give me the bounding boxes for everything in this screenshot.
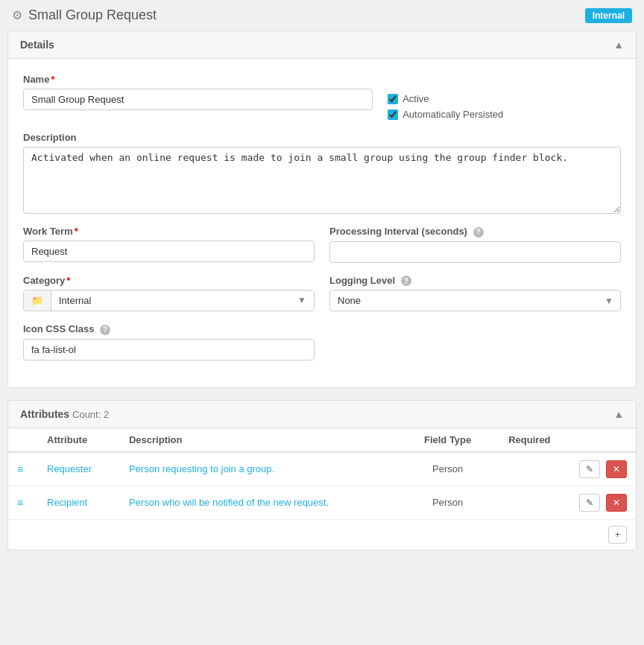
field-type-cell-1: Person <box>405 452 490 486</box>
icon-css-row: Icon CSS Class ? <box>23 323 621 360</box>
table-header-row: Attribute Description Field Type Require… <box>8 428 636 452</box>
processing-interval-group: Processing Interval (seconds) ? <box>329 226 621 263</box>
th-required: Required <box>490 428 569 452</box>
attributes-panel-title: Attributes Count: 2 <box>20 408 109 420</box>
active-checkbox[interactable] <box>388 94 398 104</box>
details-panel-body: Name* Active Automatically Persisted <box>8 59 636 387</box>
icon-css-group: Icon CSS Class ? <box>23 323 315 360</box>
actions-cell-1: ✎ ✕ <box>569 452 636 486</box>
page-title: ⚙ Small Group Request <box>12 7 157 23</box>
category-select[interactable]: Internal <box>51 290 314 311</box>
attribute-cell-2: Recipient <box>38 486 120 519</box>
drag-cell-2: ≡ <box>8 486 38 519</box>
attribute-description-2: Person who will be notified of the new r… <box>129 497 329 508</box>
active-checkbox-label[interactable]: Active <box>388 93 621 104</box>
logging-level-group: Logging Level ? None Debug Info Warning … <box>329 275 621 312</box>
page-title-text: Small Group Request <box>28 7 157 23</box>
checkbox-group: Active Automatically Persisted <box>388 90 621 120</box>
details-panel-title: Details <box>20 39 54 51</box>
work-term-group: Work Term* <box>23 226 315 263</box>
auto-persisted-checkbox-label[interactable]: Automatically Persisted <box>388 109 621 120</box>
name-row: Name* Active Automatically Persisted <box>23 74 621 120</box>
description-textarea[interactable]: Activated when an online request is made… <box>23 147 621 214</box>
icon-css-spacer <box>329 323 621 360</box>
category-required: * <box>66 275 70 286</box>
add-attribute-button[interactable]: + <box>608 526 627 544</box>
th-drag <box>8 428 38 452</box>
work-term-row: Work Term* Processing Interval (seconds)… <box>23 226 621 263</box>
attribute-description-1: Person requesting to join a group. <box>129 463 274 474</box>
attribute-cell-1: Requester <box>38 452 120 486</box>
active-label: Active <box>402 93 429 104</box>
details-panel: Details ▲ Name* Active <box>7 31 637 388</box>
checkboxes-group: Active Automatically Persisted <box>388 74 621 120</box>
attribute-link-1[interactable]: Requester <box>47 463 92 474</box>
attributes-collapse-icon[interactable]: ▲ <box>613 408 624 420</box>
name-required: * <box>51 74 54 85</box>
attribute-link-2[interactable]: Recipient <box>47 497 87 508</box>
action-buttons-1: ✎ ✕ <box>578 460 627 478</box>
th-field-type: Field Type <box>405 428 490 452</box>
logging-level-label: Logging Level ? <box>329 275 621 287</box>
processing-interval-input[interactable] <box>329 241 621 263</box>
page-header: ⚙ Small Group Request Internal <box>0 0 644 31</box>
logging-level-select-wrapper: None Debug Info Warning Error Fatal ▼ <box>329 290 621 311</box>
description-label: Description <box>23 132 621 143</box>
work-term-input[interactable] <box>23 241 315 262</box>
th-description: Description <box>120 428 405 452</box>
auto-persisted-label: Automatically Persisted <box>402 109 503 120</box>
category-row: Category* 📁 Internal ▼ Logging Le <box>23 275 621 312</box>
field-type-cell-2: Person <box>405 486 490 519</box>
details-collapse-icon[interactable]: ▲ <box>613 39 624 51</box>
attributes-panel: Attributes Count: 2 ▲ Attribute Descript… <box>7 400 637 550</box>
folder-icon: 📁 <box>31 295 43 306</box>
delete-button-1[interactable]: ✕ <box>606 460 627 478</box>
th-actions <box>569 428 636 452</box>
description-cell-2: Person who will be notified of the new r… <box>120 486 405 519</box>
attributes-table: Attribute Description Field Type Require… <box>8 428 636 519</box>
icon-css-label: Icon CSS Class ? <box>23 323 315 335</box>
page-wrapper: ⚙ Small Group Request Internal Details ▲… <box>0 0 644 645</box>
processing-interval-label: Processing Interval (seconds) ? <box>329 226 621 238</box>
category-select-wrapper: 📁 Internal ▼ <box>23 290 315 311</box>
attributes-panel-heading[interactable]: Attributes Count: 2 ▲ <box>8 401 636 428</box>
delete-button-2[interactable]: ✕ <box>606 494 627 512</box>
logging-level-select[interactable]: None Debug Info Warning Error Fatal <box>329 290 621 311</box>
work-term-label: Work Term* <box>23 226 315 237</box>
table-row: ≡ Requester Person requesting to join a … <box>8 452 636 486</box>
icon-css-input[interactable] <box>23 339 315 360</box>
icon-css-help-icon[interactable]: ? <box>100 325 110 335</box>
required-cell-2 <box>490 486 569 519</box>
attributes-count: Count: 2 <box>72 409 109 420</box>
gear-icon: ⚙ <box>12 8 22 22</box>
logging-level-help-icon[interactable]: ? <box>401 276 411 286</box>
name-input[interactable] <box>23 89 373 110</box>
edit-button-2[interactable]: ✎ <box>579 494 600 512</box>
description-cell-1: Person requesting to join a group. <box>120 452 405 486</box>
category-icon-prefix: 📁 <box>24 290 51 311</box>
category-group: Category* 📁 Internal ▼ <box>23 275 315 312</box>
required-cell-1 <box>490 452 569 486</box>
category-label: Category* <box>23 275 315 286</box>
internal-badge: Internal <box>585 8 632 23</box>
add-attribute-row: + <box>8 519 636 550</box>
name-group: Name* <box>23 74 373 120</box>
edit-button-1[interactable]: ✎ <box>579 460 600 478</box>
actions-cell-2: ✎ ✕ <box>569 486 636 519</box>
name-label: Name* <box>23 74 373 85</box>
description-group: Description Activated when an online req… <box>23 132 621 214</box>
details-panel-heading[interactable]: Details ▲ <box>8 31 636 59</box>
drag-handle-icon-2[interactable]: ≡ <box>17 497 23 509</box>
auto-persisted-checkbox[interactable] <box>388 109 398 120</box>
processing-interval-help-icon[interactable]: ? <box>473 227 484 238</box>
drag-cell-1: ≡ <box>8 452 38 486</box>
th-attribute: Attribute <box>38 428 120 452</box>
action-buttons-2: ✎ ✕ <box>578 494 627 512</box>
work-term-required: * <box>75 226 78 237</box>
drag-handle-icon-1[interactable]: ≡ <box>17 463 23 475</box>
table-row: ≡ Recipient Person who will be notified … <box>8 486 636 519</box>
